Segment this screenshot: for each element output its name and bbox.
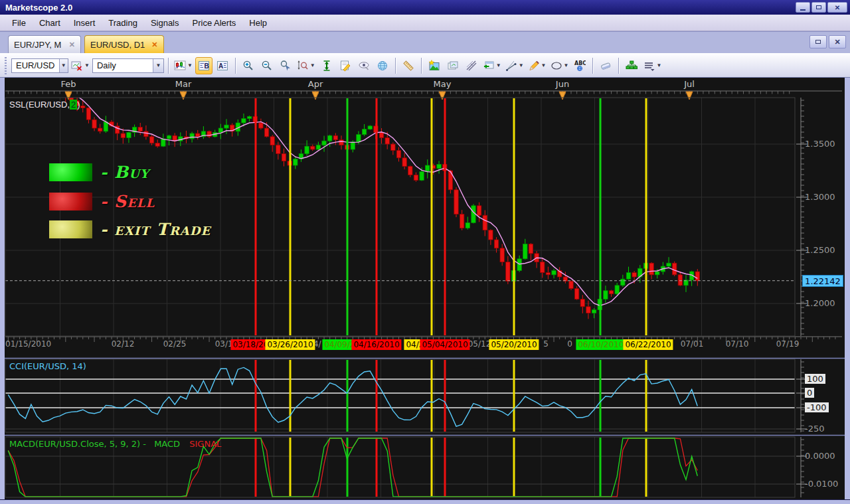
minimize-button[interactable] [796, 2, 810, 13]
month-label-may: May [434, 79, 452, 89]
date-label: 07/10 [726, 339, 749, 349]
close-chart-button[interactable]: ✕▼ [70, 57, 91, 74]
order-entry-icon [483, 60, 495, 72]
chevron-down-icon[interactable]: ▼ [496, 62, 501, 68]
window-title: Marketscope 2.0 [0, 3, 72, 13]
toolbar-separator [421, 58, 422, 74]
cci-tick-label: 100 [805, 374, 825, 384]
tab-close-icon[interactable]: ✕ [151, 41, 157, 49]
svg-text:B: B [204, 62, 209, 70]
date-label: 01/15/2010 [5, 339, 51, 349]
image-frame-button[interactable] [444, 57, 462, 74]
legend-exit: - exit Trade [49, 220, 211, 238]
mdi-close-button[interactable]: ✕ [829, 35, 846, 48]
fit-vertical-icon [321, 60, 333, 72]
zoom-select-button[interactable] [277, 57, 294, 74]
toolbar-separator [168, 58, 169, 74]
chevron-down-icon[interactable]: ▼ [656, 62, 661, 68]
zoom-in-button[interactable] [240, 57, 257, 74]
month-marker-icon [686, 92, 693, 100]
chevron-down-icon[interactable]: ▼ [153, 59, 163, 72]
pencil-button[interactable]: ▼ [527, 57, 548, 74]
date-label: 04/16/2010 [351, 339, 401, 350]
fit-vertical-button[interactable] [318, 57, 335, 74]
ellipse-tool-button[interactable]: ▼ [549, 57, 570, 74]
chevron-down-icon[interactable]: ▼ [519, 62, 524, 68]
chart-area[interactable]: FebMarAprMayJunJul SSL(EUR/USD,2) - Buy … [0, 78, 850, 504]
close-button[interactable]: ✕ [827, 2, 847, 13]
period-select[interactable]: Daily▼ [92, 58, 164, 73]
menu-help[interactable]: Help [242, 15, 274, 31]
menu-trading[interactable]: Trading [102, 15, 144, 31]
zoom-out-button[interactable] [258, 57, 276, 74]
month-marker-icon [559, 92, 566, 100]
price-tick-label: 1.3500 [805, 139, 835, 149]
menu-chart[interactable]: Chart [33, 15, 67, 31]
tab-eurusd[interactable]: EUR/USD, D1 ✕ [84, 35, 164, 53]
chevron-down-icon[interactable]: ▼ [187, 62, 193, 68]
macd-series-label: MACD [154, 439, 180, 449]
order-entry-button[interactable]: ▼ [481, 57, 503, 74]
menu-insert[interactable]: Insert [67, 15, 102, 31]
buy-swatch [49, 163, 92, 181]
chevron-down-icon[interactable]: ▼ [84, 62, 90, 68]
fibonacci-button[interactable] [463, 57, 480, 74]
toolbar-grip[interactable] [3, 57, 8, 74]
chevron-down-icon[interactable]: ▼ [59, 59, 68, 72]
date-label: 07/01 [681, 339, 704, 349]
ask-line-toggle-button[interactable]: A [214, 57, 231, 74]
text-tool-button[interactable]: ABC [571, 57, 588, 74]
tab-label: EUR/USD, D1 [90, 40, 145, 50]
symbol-select[interactable]: EUR/USD▼ [11, 58, 68, 73]
cci-tick-label: 0 [805, 388, 814, 398]
restore-icon [815, 40, 821, 44]
menu-signals[interactable]: Signals [144, 15, 186, 31]
date-label: 5 [543, 339, 549, 349]
tab-eurjpy[interactable]: EUR/JPY, M ✕ [8, 35, 81, 53]
bid-line-icon: B [198, 60, 210, 72]
window-controls: ✕ [796, 2, 847, 13]
month-label-feb: Feb [60, 79, 76, 89]
web-link-button[interactable] [374, 57, 391, 74]
month-label-jun: Jun [556, 79, 569, 89]
measure-button[interactable] [400, 57, 417, 74]
eraser-button[interactable] [597, 57, 614, 74]
month-marker-icon [180, 92, 187, 100]
hide-panel-button[interactable] [355, 57, 373, 74]
fibonacci-icon [466, 60, 477, 72]
close-icon: ✕ [834, 38, 840, 46]
zoom-range-button[interactable]: ▼ [296, 57, 317, 74]
restore-button[interactable] [811, 2, 826, 13]
menu-file[interactable]: File [5, 15, 33, 31]
toolbar-separator [235, 58, 236, 74]
tab-close-icon[interactable]: ✕ [69, 41, 75, 49]
more-tools-button[interactable]: ▼ [641, 57, 663, 74]
add-image-button[interactable] [426, 57, 443, 74]
sell-swatch [49, 193, 92, 210]
chart-type-button[interactable]: ▼ [173, 57, 194, 74]
notes-button[interactable] [337, 57, 354, 74]
cci-tick-label: -100 [805, 402, 829, 412]
exit-swatch [49, 220, 92, 238]
accounts-button[interactable] [623, 57, 640, 74]
bid-line-toggle-button[interactable]: B [195, 57, 212, 74]
legend-sell-label: - Sell [100, 192, 155, 211]
eye-icon [358, 60, 370, 72]
month-marker-icon [312, 92, 319, 100]
chevron-down-icon[interactable]: ▼ [541, 62, 547, 68]
period-select-value: Daily [93, 60, 153, 70]
chevron-down-icon[interactable]: ▼ [564, 62, 569, 68]
macd-tick-label: -0.0100 [805, 479, 838, 489]
date-label: 0 [567, 339, 572, 349]
legend-buy-label: - Buy [100, 163, 149, 182]
toolbar-separator [395, 58, 396, 74]
mdi-restore-button[interactable] [809, 35, 827, 48]
chevron-down-icon[interactable]: ▼ [310, 62, 315, 68]
date-label: 02/12 [112, 339, 135, 349]
menu-price-alerts[interactable]: Price Alerts [186, 15, 243, 31]
date-label: 05/12 [468, 339, 491, 349]
web-icon [377, 60, 388, 72]
text-abc-icon: ABC [574, 60, 586, 72]
window-frame-right [845, 78, 850, 504]
trend-lines-button[interactable]: ▼ [504, 57, 525, 74]
